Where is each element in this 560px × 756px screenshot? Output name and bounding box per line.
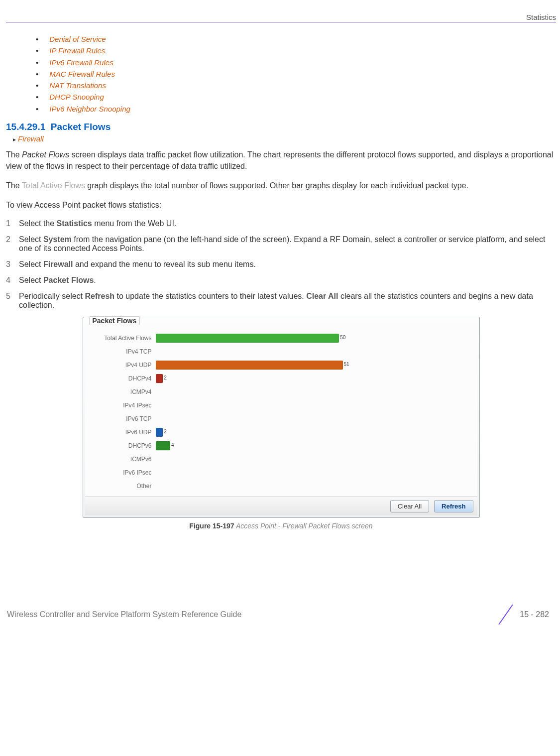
chart-category-label: IPv4 UDP: [88, 362, 156, 369]
chart-row: Total Active Flows50: [88, 332, 470, 345]
clear-all-button[interactable]: Clear All: [390, 500, 429, 512]
breadcrumb-label: Firewall: [18, 134, 44, 143]
chart-row: ICMPv6: [88, 453, 470, 466]
refresh-button[interactable]: Refresh: [434, 500, 473, 512]
step-item: 5Periodically select Refresh to update t…: [6, 292, 556, 310]
chart-row: DHCPv64: [88, 440, 470, 452]
toc-link[interactable]: IP Firewall Rules: [49, 46, 105, 55]
toc-list: •Denial of Service •IP Firewall Rules •I…: [36, 33, 556, 115]
page-footer: Wireless Controller and Service Platform…: [6, 604, 556, 635]
toc-link[interactable]: IPv6 Firewall Rules: [49, 58, 113, 67]
chart-value-label: 2: [164, 429, 167, 434]
paragraph: The Total Active Flows graph displays th…: [6, 180, 556, 191]
chart-value-label: 51: [344, 362, 349, 367]
chart-value-label: 4: [171, 442, 174, 448]
page-number: 15 - 282: [520, 610, 549, 619]
chart-category-label: ICMPv4: [88, 388, 156, 395]
chart-category-label: IPv4 IPsec: [88, 402, 156, 409]
chart-bar: [156, 374, 163, 383]
section-heading: 15.4.29.1 Packet Flows: [6, 122, 556, 132]
toc-link[interactable]: NAT Translations: [49, 81, 106, 90]
chart-row: Other: [88, 480, 470, 493]
chart-bar: [156, 334, 339, 343]
triangle-icon: ▸: [13, 136, 16, 143]
step-item: 2Select System from the navigation pane …: [6, 235, 556, 253]
chart-bar: [156, 361, 343, 370]
figure: Packet Flows Total Active Flows50IPv4 TC…: [83, 317, 480, 530]
chart-row: IPv6 UDP2: [88, 426, 470, 439]
step-item: 3Select Firewall and expand the menu to …: [6, 260, 556, 269]
chart-category-label: DHCPv4: [88, 375, 156, 382]
chart-category-label: IPv6 UDP: [88, 429, 156, 436]
packet-flows-chart: Total Active Flows50IPv4 TCPIPv4 UDP51DH…: [85, 328, 477, 497]
chart-value-label: 50: [340, 335, 345, 340]
chart-row: IPv6 IPsec: [88, 467, 470, 479]
footer-divider-icon: [496, 604, 516, 626]
panel-button-bar: Clear All Refresh: [85, 497, 477, 515]
panel-title: Packet Flows: [89, 316, 140, 325]
chart-category-label: IPv6 IPsec: [88, 469, 156, 476]
toc-link[interactable]: IPv6 Neighbor Snooping: [49, 105, 130, 113]
chart-row: ICMPv4: [88, 386, 470, 398]
chart-row: IPv4 TCP: [88, 346, 470, 358]
chart-category-label: IPv6 TCP: [88, 415, 156, 422]
chart-category-label: Other: [88, 483, 156, 490]
chart-category-label: ICMPv6: [88, 456, 156, 463]
chart-category-label: DHCPv6: [88, 442, 156, 449]
chart-bar: [156, 441, 170, 450]
chart-category-label: Total Active Flows: [88, 335, 156, 342]
packet-flows-panel: Packet Flows Total Active Flows50IPv4 TC…: [83, 317, 480, 518]
footer-text: Wireless Controller and Service Platform…: [7, 610, 241, 619]
paragraph: The Packet Flows screen displays data tr…: [6, 149, 556, 172]
steps-list: 1Select the Statistics menu from the Web…: [6, 219, 556, 310]
chart-value-label: 2: [164, 375, 167, 380]
toc-link[interactable]: Denial of Service: [49, 35, 106, 43]
section-title: Packet Flows: [51, 122, 111, 132]
chart-row: IPv4 IPsec: [88, 399, 470, 412]
chart-row: IPv6 TCP: [88, 413, 470, 425]
chart-bar: [156, 428, 163, 437]
page-header-section: Statistics: [6, 13, 556, 22]
paragraph: To view Access Point packet flows statis…: [6, 199, 556, 211]
breadcrumb[interactable]: ▸Firewall: [13, 134, 556, 143]
chart-category-label: IPv4 TCP: [88, 348, 156, 355]
chart-row: DHCPv42: [88, 373, 470, 385]
toc-link[interactable]: MAC Firewall Rules: [49, 70, 115, 78]
step-item: 1Select the Statistics menu from the Web…: [6, 219, 556, 228]
chart-row: IPv4 UDP51: [88, 359, 470, 372]
toc-link[interactable]: DHCP Snooping: [49, 93, 104, 101]
section-number: 15.4.29.1: [6, 122, 45, 132]
figure-caption: Figure 15-197 Access Point - Firewall Pa…: [83, 522, 480, 530]
step-item: 4Select Packet Flows.: [6, 276, 556, 285]
